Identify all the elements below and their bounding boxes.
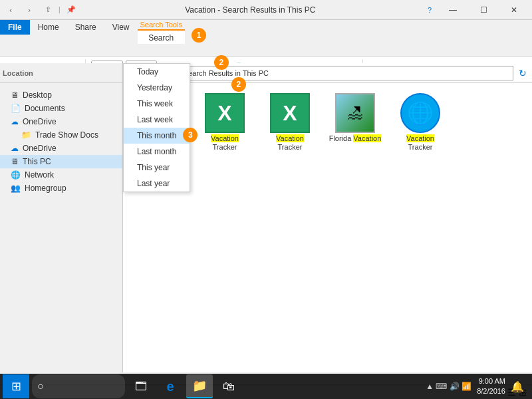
dropdown-this-month[interactable]: This month 3 bbox=[124, 128, 190, 144]
tab-search[interactable]: Search bbox=[138, 29, 185, 44]
highlight-text: Vacation bbox=[276, 134, 304, 142]
step2-circle-top: 2 bbox=[214, 55, 229, 70]
homegroup-label: Homegroup bbox=[25, 184, 66, 193]
nav-item-onedrive2[interactable]: ☁ OneDrive bbox=[0, 142, 122, 155]
nav-item-onedrive1[interactable]: ☁ OneDrive bbox=[0, 115, 122, 128]
tradeshowdocs-label: Trade Show Docs bbox=[35, 130, 98, 140]
nav-item-homegroup[interactable]: 👥 Homegroup bbox=[0, 182, 122, 195]
task-view-button[interactable]: 🗔 bbox=[128, 374, 154, 398]
nav-location-label: Location bbox=[3, 69, 33, 77]
excel-icon: X bbox=[270, 93, 310, 133]
system-tray-icons: ▲ ⌨ 🔊 📶 bbox=[426, 382, 471, 391]
close-button[interactable]: ✕ bbox=[499, 0, 529, 20]
dropdown-this-year[interactable]: This year bbox=[124, 160, 190, 176]
tradeshowdocs-icon: 📁 bbox=[21, 130, 31, 140]
notifications-icon[interactable]: 🔔 bbox=[511, 380, 524, 393]
explorer-button[interactable]: 📁 bbox=[186, 374, 213, 398]
file-name: Florida Vacation bbox=[329, 134, 382, 143]
photo-icon: 🏖 bbox=[335, 93, 375, 133]
ribbon-tabs-area: File Home Share View Search Tools Search… bbox=[0, 20, 532, 56]
thispc-label: This PC bbox=[23, 157, 51, 166]
taskbar: ⊞ ○ 🗔 e 📁 🛍 ▲ ⌨ 🔊 📶 9:00 AM 8/2/2016 🔔 bbox=[0, 374, 532, 399]
dropdown-this-week[interactable]: This week bbox=[124, 96, 190, 112]
desktop-label: Desktop bbox=[23, 90, 52, 100]
network-icon: 🌐 bbox=[11, 170, 21, 180]
address-input[interactable]: Vacation - Search Results in This PC bbox=[144, 66, 513, 80]
highlight-text: Vacation bbox=[353, 134, 381, 142]
dropdown-last-week[interactable]: Last week bbox=[124, 112, 190, 128]
window-title: Vacation - Search Results in This PC bbox=[79, 5, 422, 15]
title-bar-controls: ? — ☐ ✕ bbox=[422, 0, 529, 20]
taskbar-clock[interactable]: 9:00 AM 8/2/2016 bbox=[477, 376, 505, 397]
onedrive1-label: OneDrive bbox=[23, 117, 57, 126]
highlight-text: Vacation bbox=[406, 134, 434, 142]
list-item[interactable]: 🏖 Florida Vacation bbox=[325, 90, 385, 155]
tab-file[interactable]: File bbox=[0, 20, 30, 35]
documents-icon: 📄 bbox=[11, 104, 21, 113]
nav-item-network[interactable]: 🌐 Network bbox=[0, 168, 122, 182]
breadcrumb-area: Location bbox=[0, 63, 123, 83]
taskbar-right: ▲ ⌨ 🔊 📶 9:00 AM 8/2/2016 🔔 bbox=[426, 376, 529, 397]
search-tools-group: Search Tools Search bbox=[138, 20, 185, 35]
nav-pane: 🖥 Desktop 📄 Documents ☁ OneDrive 📁 Trade… bbox=[0, 83, 123, 372]
title-bar-left: ‹ › ⇧ | 📌 bbox=[3, 2, 79, 18]
search-circle-icon: ○ bbox=[37, 380, 44, 392]
nav-section-location bbox=[0, 83, 122, 88]
onedrive1-icon: ☁ bbox=[11, 117, 19, 126]
thispc-icon: 🖥 bbox=[11, 157, 19, 166]
store-button[interactable]: 🛍 bbox=[215, 374, 242, 398]
date-modified-dropdown: Today Yesterday This week Last week This… bbox=[123, 63, 190, 192]
tab-share[interactable]: Share bbox=[67, 20, 104, 35]
search-button[interactable]: ○ bbox=[32, 374, 125, 398]
list-item[interactable]: X Vacation Tracker bbox=[260, 90, 320, 155]
step1-circle: 1 bbox=[192, 28, 206, 43]
quick-access-up[interactable]: ⇧ bbox=[40, 2, 56, 18]
clock-date: 8/2/2016 bbox=[477, 386, 505, 396]
dropdown-yesterday[interactable]: Yesterday bbox=[124, 80, 190, 96]
network-label: Network bbox=[25, 170, 54, 180]
photo-symbol: 🏖 bbox=[347, 104, 363, 122]
nav-item-tradeshowdocs[interactable]: 📁 Trade Show Docs bbox=[0, 128, 122, 142]
excel-icon: X bbox=[205, 93, 245, 133]
excel-letter: X bbox=[283, 101, 297, 126]
file-name: Vacation Tracker bbox=[198, 134, 251, 152]
documents-label: Documents bbox=[25, 104, 65, 113]
nav-item-thispc[interactable]: 🖥 This PC bbox=[0, 155, 122, 168]
excel-letter: X bbox=[217, 101, 231, 126]
file-name: Vacation Tracker bbox=[263, 134, 317, 152]
edge-button[interactable]: e bbox=[157, 374, 184, 398]
homegroup-icon: 👥 bbox=[11, 184, 21, 193]
quick-access-forward[interactable]: › bbox=[21, 2, 37, 18]
nav-item-documents[interactable]: 📄 Documents bbox=[0, 102, 122, 115]
ribbon-tabs: File Home Share View Search Tools Search… bbox=[0, 20, 532, 35]
tab-home[interactable]: Home bbox=[30, 20, 67, 35]
dropdown-last-month[interactable]: Last month bbox=[124, 144, 190, 160]
quick-access-separator: | bbox=[59, 6, 61, 13]
highlight-text: Vacation bbox=[211, 134, 239, 142]
step2-circle-bottom: 2 bbox=[231, 77, 246, 92]
start-button[interactable]: ⊞ bbox=[3, 374, 29, 398]
refresh-icon[interactable]: ↻ bbox=[519, 68, 527, 78]
quick-access-pin[interactable]: 📌 bbox=[63, 2, 79, 18]
maximize-button[interactable]: ☐ bbox=[468, 0, 499, 20]
nav-item-desktop[interactable]: 🖥 Desktop bbox=[0, 88, 122, 102]
dropdown-today[interactable]: Today bbox=[124, 64, 190, 80]
clock-time: 9:00 AM bbox=[477, 376, 505, 386]
onedrive2-icon: ☁ bbox=[11, 144, 19, 153]
minimize-button[interactable]: — bbox=[438, 0, 468, 20]
quick-access-help[interactable]: ? bbox=[422, 2, 438, 18]
dropdown-last-year[interactable]: Last year bbox=[124, 176, 190, 192]
onedrive2-label: OneDrive bbox=[23, 144, 57, 153]
list-item[interactable]: X Vacation Tracker bbox=[195, 90, 255, 155]
web-icon: 🌐 bbox=[400, 93, 440, 133]
file-name: Vacation Tracker bbox=[394, 134, 447, 152]
title-bar: ‹ › ⇧ | 📌 Vacation - Search Results in T… bbox=[0, 0, 532, 20]
quick-access-back[interactable]: ‹ bbox=[3, 2, 19, 18]
desktop-icon: 🖥 bbox=[11, 90, 19, 100]
list-item[interactable]: 🌐 Vacation Tracker bbox=[390, 90, 450, 155]
web-symbol: 🌐 bbox=[407, 100, 434, 126]
search-tools-label: Search Tools bbox=[138, 20, 185, 29]
tab-view[interactable]: View bbox=[104, 20, 138, 35]
